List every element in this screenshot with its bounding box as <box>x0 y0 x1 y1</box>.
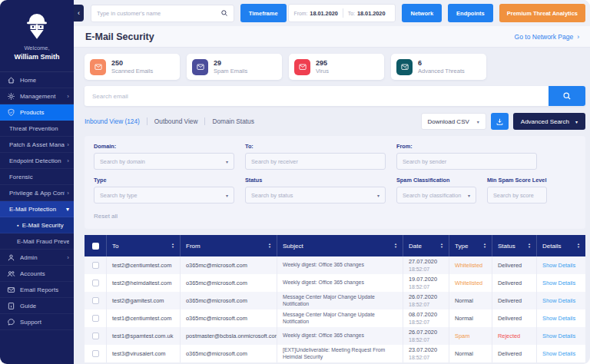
sort-icon[interactable]: ▲▼ <box>528 243 531 248</box>
row-checkbox[interactable] <box>92 350 99 357</box>
stat-card[interactable]: 6 Advanced Threats <box>391 54 486 80</box>
show-details-link[interactable]: Show Details <box>542 262 575 269</box>
cell-status: Delivered <box>492 256 536 274</box>
download-csv-select[interactable]: Download CSV ▾ <box>421 113 486 130</box>
sidebar-item[interactable]: E-Mail Fraud Prevention <box>0 233 74 250</box>
table-actions: Download CSV ▾ Advanced Search ▾ <box>421 113 585 130</box>
chevron-down-icon[interactable]: ▾ <box>468 193 470 198</box>
sidebar-item-icon <box>7 270 15 278</box>
view-tab[interactable]: Domain Status <box>204 117 260 125</box>
advanced-search-label: Advanced Search <box>521 118 569 125</box>
row-checkbox[interactable] <box>92 333 99 339</box>
cell-from: o365mc@microsoft.com <box>180 292 277 309</box>
endpoints-button[interactable]: Endpoints <box>448 4 493 22</box>
sidebar-item[interactable]: Email Reports <box>0 282 74 298</box>
sort-icon[interactable]: ▲▼ <box>171 243 174 248</box>
advanced-search-button[interactable]: Advanced Search ▾ <box>513 113 585 130</box>
chevron-down-icon[interactable]: ▾ <box>377 193 380 198</box>
column-header-from[interactable]: From▲▼ <box>180 235 277 256</box>
timeframe-button[interactable]: Timeframe <box>240 4 287 22</box>
chevron-down-icon[interactable]: ▾ <box>226 159 228 164</box>
chevron-down-icon[interactable]: ▾ <box>226 193 228 198</box>
download-button[interactable] <box>491 113 509 130</box>
cell-subject: Weekly digest: Office 365 changes <box>277 274 403 292</box>
row-checkbox[interactable] <box>92 315 99 322</box>
sort-icon[interactable]: ▲▼ <box>268 243 271 248</box>
email-search-button[interactable] <box>549 86 585 106</box>
sidebar-item[interactable]: Products <box>0 104 74 121</box>
show-details-link[interactable]: Show Details <box>542 297 575 304</box>
column-header-details[interactable]: Details▲▼ <box>536 235 585 256</box>
filter-input[interactable] <box>403 158 531 165</box>
chevron-icon: ▾ <box>66 206 69 213</box>
cell-details: Show Details <box>536 345 585 362</box>
sidebar-item[interactable]: Endpoint Detection › <box>0 153 74 169</box>
to-date[interactable]: 18.01.2020 <box>357 10 386 17</box>
sidebar-item[interactable]: Forensic <box>0 169 74 185</box>
sidebar-item[interactable]: E-Mail Protection ▾ <box>0 201 74 217</box>
sidebar-item[interactable]: Admin › <box>0 250 74 266</box>
select-all-checkbox[interactable] <box>92 243 99 250</box>
go-to-network-link[interactable]: Go to Network Page › <box>515 33 579 41</box>
cell-status: Delivered <box>492 292 536 309</box>
select-all-cell <box>85 235 106 256</box>
reset-all-link[interactable]: Reset all <box>94 213 118 220</box>
view-tab[interactable]: Inbound View (124) <box>85 117 147 125</box>
network-button[interactable]: Network <box>402 4 442 22</box>
sidebar-item[interactable]: Home <box>0 72 74 88</box>
sidebar-item-label: Threat Prevention <box>9 125 69 132</box>
filter-input[interactable] <box>100 192 226 199</box>
column-header-status[interactable]: Status▲▼ <box>492 235 536 256</box>
column-header-type[interactable]: Type▲▼ <box>449 235 492 256</box>
date-range: From: 18.01.2020 To: 18.01.2020 <box>288 4 396 22</box>
filter-input[interactable] <box>251 192 377 199</box>
row-checkbox[interactable] <box>92 297 99 304</box>
show-details-link[interactable]: Show Details <box>542 333 575 339</box>
time-value: 18:52:07 <box>409 301 429 308</box>
column-header-date[interactable]: Date▲▼ <box>403 235 449 256</box>
stat-card[interactable]: 295 Virus <box>289 54 384 80</box>
sidebar-item[interactable]: Privilege & App Control › <box>0 185 74 201</box>
stat-card[interactable]: 250 Scanned Emails <box>85 54 180 80</box>
sort-icon[interactable]: ▲▼ <box>483 243 486 248</box>
search-icon[interactable] <box>220 9 228 17</box>
cell-details: Show Details <box>536 256 585 274</box>
filter-input[interactable] <box>251 158 380 165</box>
show-details-link[interactable]: Show Details <box>542 315 575 322</box>
sort-icon[interactable]: ▲▼ <box>440 243 443 248</box>
cell-details: Show Details <box>536 327 585 345</box>
stat-card[interactable]: 29 Spam Emails <box>187 54 282 80</box>
row-checkbox[interactable] <box>92 262 99 269</box>
customer-search-input[interactable] <box>97 10 220 17</box>
sidebar-item[interactable]: Support <box>0 314 74 330</box>
view-tab[interactable]: Outbound View <box>147 117 205 125</box>
premium-threat-analytics-button[interactable]: Premium Threat Analytics <box>499 4 585 22</box>
table-header: To▲▼ From▲▼ Subject▲▼ Date▲▼ Type▲▼ Stat… <box>85 235 585 256</box>
show-details-link[interactable]: Show Details <box>542 280 575 286</box>
sidebar-item[interactable]: Guide <box>0 298 74 314</box>
email-search-input[interactable] <box>85 86 549 106</box>
filter-input[interactable] <box>403 192 468 199</box>
filter-input[interactable] <box>100 158 226 165</box>
sidebar-item[interactable]: Patch & Asset Management › <box>0 137 74 153</box>
sidebar-item[interactable]: ● E-Mail Security <box>0 217 74 233</box>
go-to-network-label: Go to Network Page <box>515 33 574 41</box>
sidebar-item[interactable]: Threat Prevention <box>0 121 74 137</box>
table-row: test3@virusalert.com o365mc@microsoft.co… <box>85 345 585 362</box>
sidebar-collapse-button[interactable]: ‹ <box>74 5 84 22</box>
filter-input[interactable] <box>493 192 541 199</box>
cell-type: Spam <box>449 327 492 345</box>
stat-mail-icon <box>396 59 413 75</box>
table-row: test1@centiumtest.com o365mc@microsoft.c… <box>85 309 585 327</box>
column-header-subject[interactable]: Subject▲▼ <box>277 235 403 256</box>
sort-icon[interactable]: ▲▼ <box>394 243 397 248</box>
sidebar-item[interactable]: Management › <box>0 88 74 104</box>
sort-icon[interactable]: ▲▼ <box>577 243 580 248</box>
sidebar-item[interactable]: Accounts <box>0 266 74 282</box>
show-details-link[interactable]: Show Details <box>542 350 575 357</box>
divider <box>343 8 343 18</box>
from-date[interactable]: 18.01.2020 <box>310 10 338 17</box>
column-header-to[interactable]: To▲▼ <box>106 235 180 256</box>
cell-to: test2@gamitest.com <box>106 292 180 309</box>
row-checkbox[interactable] <box>92 280 99 286</box>
